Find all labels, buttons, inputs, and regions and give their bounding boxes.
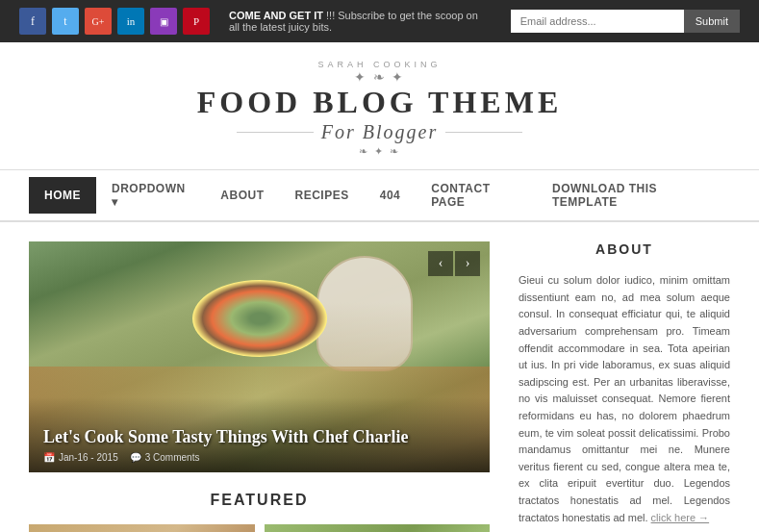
instagram-icon[interactable]: ▣ bbox=[150, 8, 177, 35]
subscribe-text: COME AND GET IT !!! Subscribe to get the… bbox=[210, 10, 511, 33]
hero-prev-btn[interactable]: ‹ bbox=[428, 251, 453, 276]
top-bar: f t G+ in ▣ P COME AND GET IT !!! Subscr… bbox=[0, 0, 759, 42]
featured-item-2[interactable]: Jan 16, 2015 No Comments · More bbox=[265, 524, 491, 532]
hero-comments: 💬 3 Comments bbox=[130, 452, 200, 463]
googleplus-icon[interactable]: G+ bbox=[85, 8, 112, 35]
header-divider: For Blogger bbox=[19, 121, 740, 143]
nav-recipes[interactable]: RECIPES bbox=[280, 177, 365, 214]
content-left: ‹ › Let's Cook Some Tasty Things With Ch… bbox=[29, 241, 490, 532]
submit-button[interactable]: Submit bbox=[684, 10, 740, 33]
subscribe-form: Submit bbox=[511, 10, 740, 33]
featured-thumb-2 bbox=[265, 524, 491, 532]
click-here-link[interactable]: click here → bbox=[651, 512, 710, 523]
nav-contact[interactable]: CONTACT PAGE bbox=[416, 170, 537, 220]
main-content: ‹ › Let's Cook Some Tasty Things With Ch… bbox=[0, 222, 759, 532]
featured-thumb-1 bbox=[29, 524, 255, 532]
featured-item-1[interactable]: Jan 16, 2015 No Comments · More bbox=[29, 524, 255, 532]
sidebar: ABOUT Gieui cu solum dolor iudico, minim… bbox=[519, 241, 730, 532]
hero-image: ‹ › Let's Cook Some Tasty Things With Ch… bbox=[29, 241, 490, 472]
comment-icon: 💬 bbox=[130, 452, 141, 463]
featured-header: Featured bbox=[29, 492, 490, 515]
featured-grid: Jan 16, 2015 No Comments · More Jan 16, … bbox=[29, 524, 490, 532]
about-text: Gieui cu solum dolor iudico, minim omitt… bbox=[519, 272, 730, 526]
hero-nav-buttons: ‹ › bbox=[428, 251, 480, 276]
hero-next-btn[interactable]: › bbox=[455, 251, 480, 276]
pinterest-icon[interactable]: P bbox=[183, 8, 210, 35]
facebook-icon[interactable]: f bbox=[19, 8, 46, 35]
main-nav: HOME DROPDOWN ▾ ABOUT RECIPES 404 CONTAC… bbox=[0, 170, 759, 222]
header-decorative-bottom: ❧ ✦ ❧ bbox=[19, 145, 740, 158]
nav-about[interactable]: ABOUT bbox=[205, 177, 279, 214]
header-decorative-top: ✦ ❧ ✦ bbox=[19, 69, 740, 86]
about-title: ABOUT bbox=[519, 241, 730, 263]
nav-dropdown[interactable]: DROPDOWN ▾ bbox=[96, 170, 205, 220]
header-sub-label: SARAH COOKING bbox=[19, 60, 740, 69]
nav-inner: HOME DROPDOWN ▾ ABOUT RECIPES 404 CONTAC… bbox=[0, 170, 759, 220]
hero-caption: Let's Cook Some Tasty Things With Chef C… bbox=[29, 397, 490, 472]
top-social-icons: f t G+ in ▣ P bbox=[19, 8, 210, 35]
linkedin-icon[interactable]: in bbox=[117, 8, 144, 35]
nav-home[interactable]: HOME bbox=[29, 177, 96, 214]
email-input[interactable] bbox=[511, 10, 684, 33]
featured-section: Featured Jan 16, 2015 No Comments · More bbox=[29, 492, 490, 532]
calendar-icon: 📅 bbox=[43, 452, 55, 463]
site-title: FOOD BLOG THEME bbox=[19, 86, 740, 119]
nav-404[interactable]: 404 bbox=[365, 177, 417, 214]
hero-title: Let's Cook Some Tasty Things With Chef C… bbox=[43, 426, 475, 448]
hero-post: ‹ › Let's Cook Some Tasty Things With Ch… bbox=[29, 241, 490, 472]
hero-meta: 📅 Jan-16 - 2015 💬 3 Comments bbox=[43, 452, 475, 463]
site-header: SARAH COOKING ✦ ❧ ✦ FOOD BLOG THEME For … bbox=[0, 42, 759, 170]
hero-date: 📅 Jan-16 - 2015 bbox=[43, 452, 118, 463]
twitter-icon[interactable]: t bbox=[52, 8, 79, 35]
about-section: ABOUT Gieui cu solum dolor iudico, minim… bbox=[519, 241, 730, 532]
nav-download[interactable]: DOWNLOAD THIS TEMPLATE bbox=[537, 170, 730, 220]
site-subtitle: For Blogger bbox=[321, 121, 438, 143]
